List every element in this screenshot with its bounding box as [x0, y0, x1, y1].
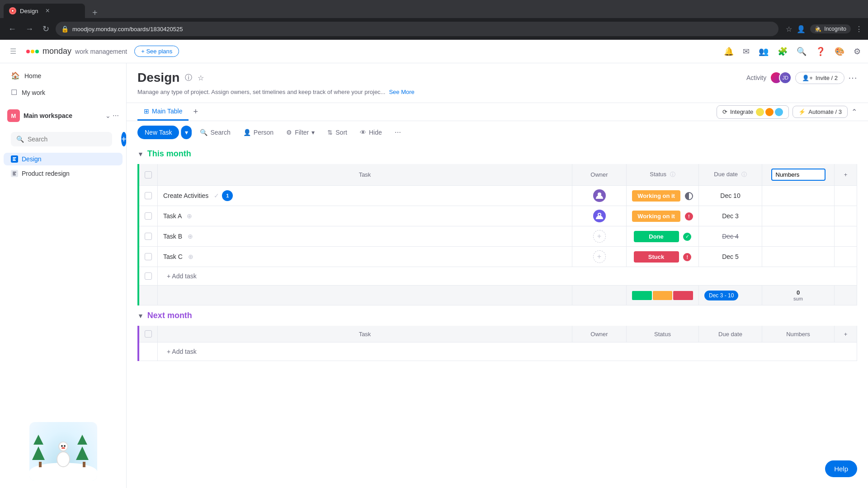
- sidebar-add-btn[interactable]: +: [121, 132, 127, 146]
- sidebar-toggle-btn[interactable]: ☰: [7, 45, 19, 57]
- board-title-row: Design ⓘ ☆ Activity JD 👤+ Invite /: [137, 70, 857, 85]
- see-more-link[interactable]: See More: [389, 89, 414, 95]
- collapse-btn[interactable]: ⌃: [851, 108, 857, 116]
- sort-toolbar-btn[interactable]: ⇅ Sort: [323, 126, 352, 139]
- nth-add[interactable]: +: [835, 326, 857, 343]
- notifications-btn[interactable]: 🔔: [724, 47, 734, 56]
- sidebar-item-design[interactable]: Design: [4, 153, 123, 165]
- svg-rect-5: [13, 172, 16, 173]
- filter-toolbar-btn[interactable]: ⚙ Filter ▾: [282, 126, 319, 139]
- extensions-btn[interactable]: ⋮: [855, 25, 863, 33]
- search-toolbar-btn[interactable]: 🔍 Search: [195, 126, 235, 139]
- board-description: Manage any type of project. Assign owner…: [137, 89, 857, 95]
- next-month-header: ▼ Next month: [127, 305, 868, 326]
- status-badge-3[interactable]: Done: [634, 231, 679, 242]
- workspace-chevron: ⌄: [105, 112, 111, 119]
- logo-sub: work management: [75, 48, 127, 55]
- star-icon[interactable]: ☆: [198, 74, 204, 82]
- incognito-badge: 🕵 Incognito: [810, 24, 851, 33]
- see-plans-btn[interactable]: + See plans: [134, 46, 179, 57]
- th-add[interactable]: +: [835, 164, 857, 186]
- color-btn[interactable]: 🎨: [835, 47, 844, 56]
- help-icon-btn[interactable]: ❓: [816, 47, 826, 56]
- task-name-4: Task C: [163, 253, 183, 260]
- automate-btn[interactable]: ⚡ Automate / 3: [793, 106, 848, 118]
- workspace-more[interactable]: ⋯: [113, 112, 119, 119]
- integrate-btn[interactable]: ⟳ Integrate: [717, 105, 789, 119]
- numbers-column-input[interactable]: [771, 169, 826, 181]
- status-badge-4[interactable]: Stuck: [634, 251, 679, 263]
- add-task-checkbox[interactable]: [145, 272, 152, 280]
- add-person-icon-4[interactable]: ⊕: [188, 253, 193, 260]
- owner-placeholder-3[interactable]: +: [593, 230, 606, 243]
- this-month-collapse-btn[interactable]: ▼: [137, 150, 144, 158]
- workspace-header[interactable]: M Main workspace ⌄ ⋯: [2, 106, 124, 126]
- row-4-checkbox[interactable]: [145, 253, 152, 260]
- sidebar-search-input[interactable]: [28, 136, 107, 143]
- next-month-title[interactable]: Next month: [147, 311, 192, 320]
- url-text: moodjoy.monday.com/boards/1830420525: [72, 26, 773, 33]
- tab-main-table[interactable]: ⊞ Main Table: [137, 103, 189, 121]
- new-task-btn[interactable]: New Task: [137, 126, 179, 139]
- this-month-title[interactable]: This month: [147, 149, 191, 159]
- next-header-checkbox[interactable]: [145, 330, 152, 338]
- task-name-2: Task A: [163, 212, 181, 220]
- hide-toolbar-btn[interactable]: 👁 Hide: [355, 126, 387, 139]
- duedate-cell-3: Dec 4: [699, 226, 762, 247]
- tab-add-btn[interactable]: +: [189, 103, 203, 120]
- sidebar: 🏠 Home ☐ My work M Main workspace ⌄ ⋯ �: [0, 63, 127, 488]
- status-info-icon: ⓘ: [670, 171, 675, 178]
- help-btn[interactable]: Help: [825, 460, 857, 477]
- header-checkbox[interactable]: [145, 171, 152, 178]
- invite-label: Invite / 2: [816, 75, 838, 81]
- inbox-btn[interactable]: ✉: [743, 47, 750, 56]
- new-tab-btn[interactable]: +: [89, 8, 101, 18]
- status-badge-1[interactable]: Working on it: [632, 190, 680, 202]
- status-badge-2[interactable]: Working on it: [632, 211, 680, 222]
- add-person-icon-2[interactable]: ⊕: [187, 212, 192, 220]
- home-icon: 🏠: [11, 71, 20, 80]
- add-person-icon-3[interactable]: ⊕: [188, 233, 193, 240]
- bookmark-icon[interactable]: ☆: [786, 25, 792, 33]
- avatar-group: JD: [770, 71, 792, 84]
- sidebar-search-bar[interactable]: 🔍: [11, 132, 112, 146]
- more-toolbar-btn[interactable]: ⋯: [390, 126, 406, 139]
- address-bar[interactable]: 🔒 moodjoy.monday.com/boards/1830420525: [56, 22, 778, 36]
- tab-close-btn[interactable]: ×: [45, 7, 49, 15]
- th-numbers[interactable]: [762, 164, 835, 186]
- add-task-checkbox-col: [138, 267, 158, 286]
- sidebar-item-my-work[interactable]: ☐ My work: [4, 84, 123, 100]
- next-add-task-btn[interactable]: + Add task: [163, 346, 200, 357]
- logo-dot-3: [35, 50, 39, 53]
- info-icon[interactable]: ⓘ: [185, 73, 192, 83]
- settings-btn[interactable]: ⚙: [854, 47, 861, 56]
- board-label-product: Product redesign: [22, 170, 70, 177]
- checkmark-icon-1[interactable]: ✓: [214, 192, 219, 199]
- row-1-checkbox[interactable]: [145, 192, 152, 199]
- next-month-collapse-btn[interactable]: ▼: [137, 312, 144, 319]
- new-task-dropdown-btn[interactable]: ▾: [181, 126, 192, 139]
- add-task-btn[interactable]: + Add task: [163, 271, 200, 282]
- filter-chevron: ▾: [311, 129, 315, 136]
- people-btn[interactable]: 👥: [759, 47, 769, 56]
- apps-btn[interactable]: 🧩: [778, 47, 788, 56]
- row-2-checkbox[interactable]: [145, 212, 152, 220]
- back-btn[interactable]: ←: [5, 23, 19, 36]
- sidebar-item-product-redesign[interactable]: Product redesign: [4, 167, 123, 180]
- owner-placeholder-4[interactable]: +: [593, 250, 606, 263]
- row-3-checkbox[interactable]: [145, 233, 152, 240]
- logo-text: monday: [42, 47, 71, 56]
- search-btn[interactable]: 🔍: [797, 47, 807, 56]
- more-options-btn[interactable]: ⋯: [848, 72, 857, 83]
- profile-icon[interactable]: 👤: [797, 25, 806, 33]
- refresh-btn[interactable]: ↻: [40, 22, 52, 36]
- my-work-icon: ☐: [11, 88, 17, 97]
- invite-btn[interactable]: 👤+ Invite / 2: [795, 72, 844, 84]
- person-toolbar-btn[interactable]: 👤 Person: [239, 126, 278, 139]
- my-work-label: My work: [22, 89, 45, 96]
- snowman-scene: [29, 422, 97, 481]
- this-month-table: Task Owner Status ⓘ Due date ⓘ: [137, 164, 857, 305]
- forward-btn[interactable]: →: [23, 23, 36, 36]
- browser-tab[interactable]: Design ×: [4, 4, 85, 18]
- sidebar-item-home[interactable]: 🏠 Home: [4, 68, 123, 84]
